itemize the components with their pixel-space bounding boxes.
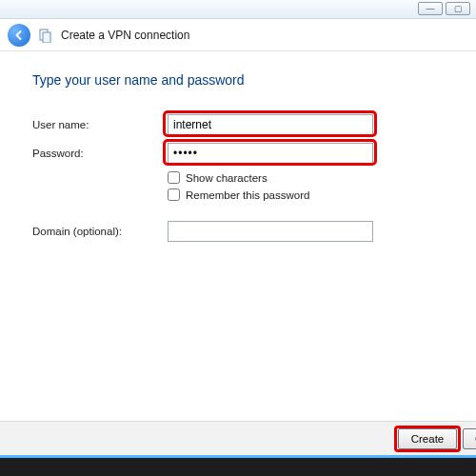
back-button[interactable] (8, 24, 30, 47)
create-button[interactable]: Create (398, 428, 457, 449)
minimize-button[interactable]: — (418, 2, 443, 15)
username-input[interactable] (168, 114, 373, 135)
network-wizard-icon (38, 28, 53, 43)
password-input[interactable] (168, 143, 373, 164)
wizard-title: Create a VPN connection (61, 29, 189, 42)
domain-label: Domain (optional): (32, 226, 168, 237)
arrow-left-icon (12, 29, 26, 42)
wizard-header: Create a VPN connection (0, 19, 476, 51)
title-bar: — ▢ (0, 0, 476, 19)
show-characters-checkbox[interactable] (168, 171, 180, 184)
username-label: User name: (32, 119, 168, 130)
maximize-button[interactable]: ▢ (446, 2, 470, 15)
wizard-footer: Create Cancel (0, 421, 476, 455)
remember-password-checkbox[interactable] (168, 188, 180, 201)
wizard-body: Type your user name and password User na… (0, 51, 476, 421)
cancel-button[interactable]: Cancel (463, 428, 476, 449)
show-characters-label: Show characters (186, 172, 268, 184)
svg-rect-1 (43, 32, 50, 43)
domain-input[interactable] (168, 221, 373, 242)
page-heading: Type your user name and password (32, 72, 447, 88)
remember-password-label: Remember this password (186, 189, 309, 201)
password-label: Password: (32, 148, 168, 159)
taskbar-edge (0, 455, 476, 476)
